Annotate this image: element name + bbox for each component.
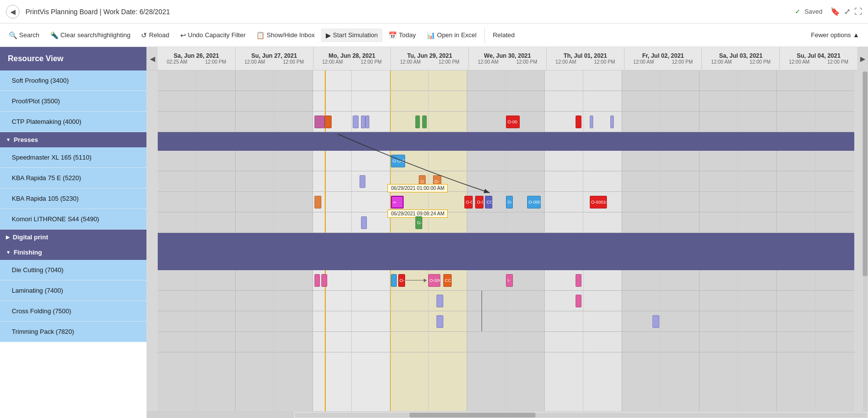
job-block-diecut-7[interactable]: I- (506, 274, 513, 287)
job-block-ctp-3[interactable] (353, 116, 358, 128)
job-block-kba75-1[interactable] (360, 175, 365, 188)
sidebar-item-proof-plot[interactable]: Proof/Plot (3500) (0, 91, 146, 112)
reload-icon: ↺ (141, 31, 147, 39)
sidebar-item-komori[interactable]: Komori LITHRONE S44 (5490) (0, 209, 146, 230)
main-area: Resource View Soft Proofing (3400) Proof… (0, 47, 868, 418)
row-proof-plot (158, 91, 854, 112)
row-ctp-platemaking: O-00 (158, 112, 854, 132)
job-block-diecut-8[interactable] (576, 274, 581, 287)
job-block-diecut-3[interactable] (391, 274, 396, 287)
job-block-diecut-4[interactable]: O-00 (398, 274, 405, 287)
job-block-speedmaster-1[interactable]: O-O-O (391, 155, 405, 167)
timeline-day-7: Sa, Jul 03, 2021 12:00 AM 12:00 PM (702, 47, 780, 70)
timeline-next-button[interactable]: ▶ (857, 47, 868, 70)
job-block-ctp-10[interactable] (590, 116, 593, 128)
search-button[interactable]: 🔍 Search (4, 28, 44, 42)
sidebar-item-speedmaster[interactable]: Speedmaster XL 165 (5110) (0, 147, 146, 168)
scroll-track-vertical (863, 71, 868, 411)
undo-capacity-icon: ↩ (180, 31, 186, 39)
title-right: ✓ Saved 🔖 ⤢ ⛶ (795, 7, 862, 16)
row-soft-proofing (158, 70, 854, 91)
chevron-icon: ▲ (853, 31, 859, 39)
fullscreen-icon[interactable]: ⛶ (854, 7, 862, 16)
job-block-kba105-5[interactable]: CC (485, 196, 492, 209)
triangle-right-icon: ▶ (6, 234, 10, 240)
job-block-ctp-7[interactable] (422, 116, 427, 128)
sidebar-item-die-cutting[interactable]: Die Cutting (7040) (0, 260, 146, 280)
timeline-day-6: Fr, Jul 02, 2021 12:00 AM 12:00 PM (625, 47, 702, 70)
job-block-ctp-11[interactable] (610, 116, 614, 128)
group-row-finishing (158, 252, 854, 270)
timeline-prev-button[interactable]: ◀ (147, 47, 158, 70)
sidebar-item-laminating[interactable]: Laminating (7400) (0, 280, 146, 301)
scroll-thumb-vertical[interactable] (863, 71, 868, 276)
sidebar-item-kba-rapida-105[interactable]: KBA Rapida 105 (5230) (0, 188, 146, 209)
open-excel-button[interactable]: 📊 Open in Excel (422, 28, 482, 42)
sidebar-item-trimming-pack[interactable]: Trimming Pack (7820) (0, 322, 146, 342)
group-row-digital-print (158, 233, 854, 252)
excel-icon: 📊 (427, 31, 435, 39)
today-button[interactable]: 📅 Today (384, 28, 421, 42)
job-block-lam-2[interactable] (576, 295, 581, 307)
job-block-ctp-1[interactable] (314, 116, 325, 128)
time-labels-0: 02:25 AM 12:00 PM (158, 59, 235, 65)
job-block-lam-1[interactable] (436, 295, 443, 307)
toolbar-separator (484, 27, 485, 43)
sidebar-item-ctp-platemaking[interactable]: CTP Platemaking (4000) (0, 112, 146, 132)
job-block-ctp-4[interactable] (361, 116, 365, 128)
job-block-ctp-2[interactable] (325, 116, 332, 128)
sidebar-item-cross-folding[interactable]: Cross Folding (7500) (0, 301, 146, 322)
play-icon: ▶ (326, 31, 331, 39)
job-block-diecut-1[interactable] (314, 274, 320, 287)
job-block-ctp-8[interactable]: O-00 (506, 116, 520, 128)
start-simulation-button[interactable]: ▶ Start Simulation (321, 28, 383, 42)
show-hide-inbox-button[interactable]: 📋 Show/Hide Inbox (251, 28, 319, 42)
job-block-kba105-7[interactable]: O-00015 (527, 196, 541, 209)
job-block-diecut-6[interactable]: CC (443, 274, 452, 287)
sidebar: Resource View Soft Proofing (3400) Proof… (0, 47, 147, 418)
related-button[interactable]: Related (488, 28, 520, 42)
job-block-diecut-5[interactable]: O-0001-O (428, 274, 441, 287)
job-block-kba105-6[interactable]: O-0 (506, 196, 513, 209)
clear-icon: 🔦 (50, 31, 58, 39)
timeline-day-4: We, Jun 30, 2021 12:00 AM 12:00 PM (469, 47, 547, 70)
job-block-kba105-8[interactable]: O-000160. (590, 196, 607, 209)
timeline-hscroll[interactable] (294, 412, 868, 418)
back-button[interactable]: ◀ (6, 5, 20, 19)
row-kba-75: O O O- (158, 171, 854, 192)
job-block-komori-1[interactable] (361, 216, 366, 229)
job-block-kba75-2[interactable]: O O (419, 175, 426, 188)
job-block-cf-1[interactable] (436, 315, 443, 328)
scroll-thumb-h[interactable] (410, 413, 535, 418)
job-block-kba105-3[interactable]: O-00 (464, 196, 473, 209)
row-die-cutting: O-00 O-0001-O CC I- (158, 270, 854, 291)
sidebar-group-digital-print[interactable]: ▶ Digital print (0, 230, 146, 245)
job-block-ctp-9[interactable] (576, 116, 581, 128)
inbox-icon: 📋 (256, 31, 265, 39)
fewer-options-button[interactable]: Fewer options ▲ (806, 28, 864, 42)
reload-button[interactable]: ↺ Reload (136, 28, 174, 42)
job-block-kba75-3[interactable]: O- (433, 175, 441, 188)
job-block-kba105-1[interactable] (314, 196, 321, 209)
row-kba-105: ⇔ O-00 O-000 CC O-0 O-00015 O-000160. 06… (158, 192, 854, 212)
timeline-body[interactable]: O-00 O-O-O O O O- (147, 70, 861, 411)
vertical-scrollbar[interactable] (861, 70, 868, 411)
job-block-komori-2[interactable]: G-0 (415, 216, 422, 229)
bookmark-icon[interactable]: 🔖 (830, 7, 840, 16)
arrow-connector (406, 280, 427, 280)
job-block-ctp-6[interactable] (415, 116, 420, 128)
job-block-cf-2[interactable] (652, 315, 659, 328)
job-block-kba105-dragged[interactable]: ⇔ (391, 196, 404, 209)
job-block-kba105-4[interactable]: O-000 (475, 196, 483, 209)
toolbar: 🔍 Search 🔦 Clear search/highlighting ↺ R… (0, 23, 868, 47)
job-block-ctp-5[interactable] (365, 116, 370, 128)
clear-search-button[interactable]: 🔦 Clear search/highlighting (45, 28, 135, 42)
sidebar-group-finishing[interactable]: ▼ Finishing (0, 245, 146, 260)
undo-capacity-button[interactable]: ↩ Undo Capacity Filter (175, 28, 251, 42)
page-title: PrintVis Planning Board | Work Date: 6/2… (25, 8, 170, 16)
sidebar-item-soft-proofing[interactable]: Soft Proofing (3400) (0, 70, 146, 91)
sidebar-group-presses[interactable]: ▼ Presses (0, 132, 146, 147)
expand-icon[interactable]: ⤢ (844, 7, 850, 16)
job-block-diecut-2[interactable] (321, 274, 327, 287)
sidebar-item-kba-rapida-75[interactable]: KBA Rapida 75 E (5220) (0, 168, 146, 188)
